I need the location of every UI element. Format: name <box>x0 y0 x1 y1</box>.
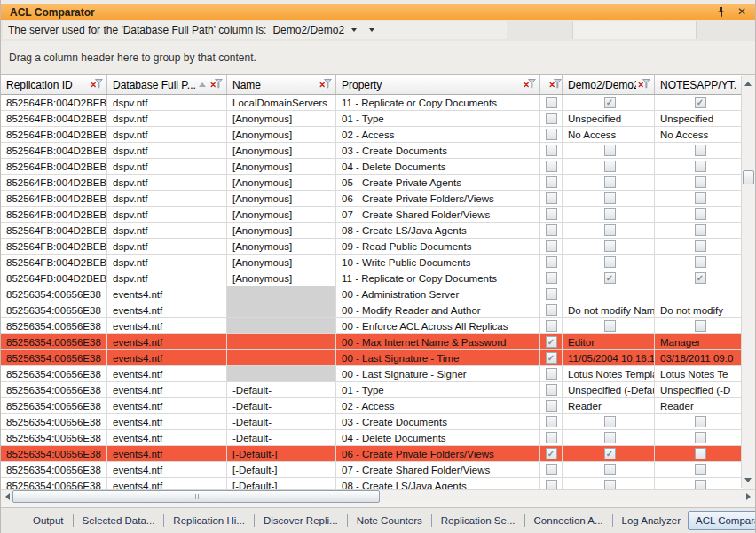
column-header-notesapp[interactable]: NOTESAPP/YT. <box>655 75 743 94</box>
cell-diff-checkbox <box>540 302 563 317</box>
cell-name: [Anonymous] <box>227 207 336 222</box>
chevron-down-icon[interactable] <box>351 28 357 32</box>
checkbox-unchecked <box>546 480 557 489</box>
cell-notesapp <box>655 239 743 254</box>
scroll-right-icon[interactable] <box>746 493 751 500</box>
table-row[interactable]: 85256354:00656E38events4.ntf00 - Max Int… <box>1 334 743 350</box>
table-row[interactable]: 852564FB:004D2BEBdspv.ntf[Anonymous]06 -… <box>1 191 743 207</box>
cell-diff-checkbox <box>540 255 563 270</box>
column-header-property[interactable]: Property <box>336 75 540 94</box>
table-row[interactable]: 852564FB:004D2BEBdspv.ntf[Anonymous]05 -… <box>1 175 743 191</box>
column-header-replication-id[interactable]: Replication ID <box>1 75 107 94</box>
column-header-name[interactable]: Name <box>227 75 336 94</box>
filter-icon[interactable] <box>524 79 536 91</box>
table-row[interactable]: 852564FB:004D2BEBdspv.ntf[Anonymous]01 -… <box>1 111 743 127</box>
cell-notesapp <box>655 270 743 286</box>
horizontal-scrollbar-thumb[interactable] <box>12 490 380 503</box>
cell-diff-checkbox <box>540 286 563 302</box>
group-by-drop-area[interactable]: Drag a column header here to group by th… <box>1 41 755 75</box>
tab-replication-hi[interactable]: Replication Hi... <box>166 512 252 529</box>
checkbox-unchecked <box>546 161 557 172</box>
table-row[interactable]: 852564FB:004D2BEBdspv.ntf[Anonymous]09 -… <box>1 239 743 255</box>
scroll-left-icon[interactable] <box>5 493 10 500</box>
table-row[interactable]: 85256354:00656E38events4.ntf-Default-01 … <box>1 382 743 398</box>
filter-icon[interactable] <box>549 79 562 91</box>
scroll-up-icon[interactable] <box>744 82 752 86</box>
cell-database-full-path: events4.ntf <box>107 462 227 477</box>
table-row[interactable]: 852564FB:004D2BEBdspv.ntfLocalDomainServ… <box>1 95 743 111</box>
cell-replication-id: 85256354:00656E38 <box>1 398 107 413</box>
table-row[interactable]: 85256354:00656E38events4.ntf00 - Last Si… <box>1 366 743 382</box>
table-row[interactable]: 852564FB:004D2BEBdspv.ntf[Anonymous]07 -… <box>1 207 743 223</box>
cell-name: [Anonymous] <box>227 159 336 174</box>
table-row[interactable]: 852564FB:004D2BEBdspv.ntf[Anonymous]04 -… <box>1 159 743 175</box>
cell-name: [Anonymous] <box>227 239 336 254</box>
pin-icon[interactable] <box>716 6 727 18</box>
table-row[interactable]: 85256354:00656E38events4.ntf00 - Adminis… <box>1 286 743 302</box>
scroll-down-icon[interactable] <box>744 478 752 482</box>
tab-replication-se[interactable]: Replication Se... <box>434 512 523 529</box>
filter-icon[interactable] <box>319 79 332 91</box>
cell-notesapp: Reader <box>655 398 743 413</box>
tab-note-counters[interactable]: Note Counters <box>350 512 429 529</box>
table-row[interactable]: 85256354:00656E38events4.ntf00 - Modify … <box>1 302 743 318</box>
tab-acl-compara[interactable]: ACL Compara... <box>688 511 756 530</box>
tab-divider <box>612 514 613 527</box>
table-row[interactable]: 85256354:00656E38events4.ntf[-Default-]0… <box>1 478 743 489</box>
table-row[interactable]: 852564FB:004D2BEBdspv.ntf[Anonymous]03 -… <box>1 143 743 159</box>
table-row[interactable]: 85256354:00656E38events4.ntf[-Default-]0… <box>1 446 743 462</box>
filter-icon[interactable] <box>210 79 223 91</box>
checkbox-unchecked <box>695 320 706 332</box>
column-header-diff[interactable] <box>540 75 563 94</box>
cell-replication-id: 85256354:00656E38 <box>1 382 107 397</box>
cell-notesapp <box>655 95 743 110</box>
checkbox-unchecked <box>546 240 557 252</box>
cell-property: 07 - Create Shared Folder/Views <box>336 462 540 477</box>
cell-replication-id: 85256354:00656E38 <box>1 430 107 445</box>
cell-property: 00 - Max Internet Name & Password <box>336 334 540 349</box>
checkbox-unchecked <box>604 432 616 443</box>
filter-icon[interactable] <box>638 79 650 91</box>
column-header-database-full-path[interactable]: Database Full P... <box>107 75 227 94</box>
table-row[interactable]: 85256354:00656E38events4.ntf-Default-02 … <box>1 398 743 414</box>
table-row[interactable]: 852564FB:004D2BEBdspv.ntf[Anonymous]08 -… <box>1 223 743 239</box>
tab-selected-data[interactable]: Selected Data... <box>75 512 162 529</box>
table-row[interactable]: 85256354:00656E38events4.ntf-Default-03 … <box>1 414 743 430</box>
cell-replication-id: 85256354:00656E38 <box>1 302 107 317</box>
checkbox-checked <box>546 352 557 364</box>
table-row[interactable]: 852564FB:004D2BEBdspv.ntf[Anonymous]02 -… <box>1 127 743 143</box>
close-icon[interactable]: ✕ <box>737 6 746 18</box>
server-select[interactable]: Demo2/Demo2 <box>272 24 344 36</box>
cell-database-full-path: dspv.ntf <box>107 191 227 206</box>
filter-icon[interactable] <box>91 79 103 91</box>
table-row[interactable]: 852564FB:004D2BEBdspv.ntf[Anonymous]10 -… <box>1 255 743 270</box>
table-row[interactable]: 85256354:00656E38events4.ntf-Default-04 … <box>1 430 743 446</box>
cell-property: 00 - Last Signature - Signer <box>336 366 540 381</box>
tab-output[interactable]: Output <box>26 512 71 529</box>
tab-connection-a[interactable]: Connection A... <box>527 512 610 529</box>
tab-log-analyzer[interactable]: Log Analyzer <box>615 512 689 529</box>
tab-discover-repli[interactable]: Discover Repli... <box>256 512 345 529</box>
table-row[interactable]: 85256354:00656E38events4.ntf00 - Enforce… <box>1 318 743 334</box>
checkbox-checked <box>695 272 706 284</box>
checkbox-unchecked <box>695 416 706 427</box>
vertical-scrollbar-thumb[interactable] <box>743 170 754 184</box>
toolbar-overflow-chevron-icon[interactable] <box>369 28 374 32</box>
toolbar-segment <box>572 21 697 39</box>
tab-divider <box>163 514 164 527</box>
table-row[interactable]: 85256354:00656E38events4.ntf00 - Last Si… <box>1 350 743 366</box>
cell-diff-checkbox <box>540 414 563 429</box>
horizontal-scrollbar[interactable] <box>1 489 755 503</box>
table-row[interactable]: 85256354:00656E38events4.ntf[-Default-]0… <box>1 462 743 478</box>
checkbox-unchecked <box>546 256 557 268</box>
tab-divider <box>524 514 525 527</box>
checkbox-unchecked <box>546 113 557 124</box>
vertical-scrollbar[interactable] <box>741 76 754 488</box>
table-row[interactable]: 852564FB:004D2BEBdspv.ntf[Anonymous]11 -… <box>1 270 743 286</box>
cell-property: 08 - Create LS/Java Agents <box>336 478 540 489</box>
checkbox-unchecked <box>604 240 616 252</box>
cell-diff-checkbox <box>540 143 563 158</box>
column-header-label: NOTESAPP/YT. <box>660 79 736 91</box>
checkbox-unchecked <box>604 464 616 475</box>
column-header-demo2[interactable]: Demo2/Demo2 <box>563 75 655 94</box>
